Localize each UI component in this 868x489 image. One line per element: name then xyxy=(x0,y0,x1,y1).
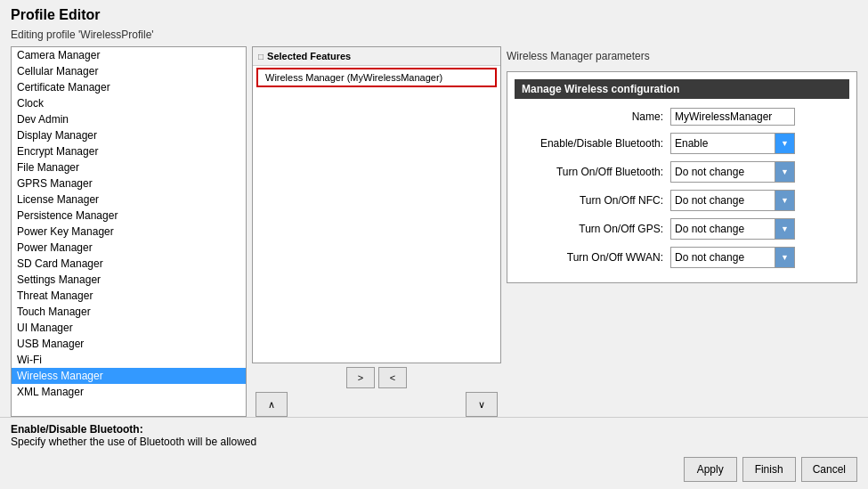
turn-gps-dropdown-btn[interactable]: ▼ xyxy=(775,219,794,239)
bottom-status: Enable/Disable Bluetooth: Specify whethe… xyxy=(11,423,857,448)
name-input[interactable] xyxy=(670,108,795,126)
turn-wwan-row: Turn On/Off WWAN: Do not change ▼ xyxy=(515,247,849,268)
list-item[interactable]: Camera Manager xyxy=(12,47,246,63)
list-item[interactable]: Certificate Manager xyxy=(12,79,246,95)
enable-bt-label: Enable/Disable Bluetooth: xyxy=(515,137,670,150)
turn-bt-dropdown-btn[interactable]: ▼ xyxy=(775,162,794,182)
turn-bt-row: Turn On/Off Bluetooth: Do not change ▼ xyxy=(515,161,849,183)
list-item[interactable]: Clock xyxy=(12,95,246,111)
turn-gps-value: Do not change xyxy=(671,221,775,237)
window-title: Profile Editor xyxy=(11,7,857,23)
list-item[interactable]: Settings Manager xyxy=(12,272,246,288)
list-item[interactable]: Power Manager xyxy=(12,240,246,256)
turn-wwan-select-wrapper: Do not change ▼ xyxy=(670,247,795,268)
turn-nfc-dropdown-btn[interactable]: ▼ xyxy=(775,191,794,210)
dropdown-arrow-icon: ▼ xyxy=(781,139,789,148)
selected-features-label: Selected Features xyxy=(267,51,351,61)
apply-button[interactable]: Apply xyxy=(684,457,737,482)
enable-bt-value: Enable xyxy=(671,135,775,151)
selected-features-header: □ Selected Features xyxy=(253,47,500,66)
nav-buttons: ∧ ∨ xyxy=(252,392,501,417)
move-right-button[interactable]: > xyxy=(346,367,375,388)
list-item[interactable]: License Manager xyxy=(12,192,246,208)
list-item[interactable]: XML Manager xyxy=(12,384,246,400)
turn-gps-row: Turn On/Off GPS: Do not change ▼ xyxy=(515,218,849,240)
list-item[interactable]: Display Manager xyxy=(12,127,246,143)
bottom-status-text: Specify whether the use of Bluetooth wil… xyxy=(11,436,256,448)
turn-bt-select-wrapper: Do not change ▼ xyxy=(670,161,795,183)
cancel-button[interactable]: Cancel xyxy=(801,457,857,482)
list-item[interactable]: Persistence Manager xyxy=(12,208,246,224)
turn-wwan-value: Do not change xyxy=(671,249,775,265)
enable-bt-row: Enable/Disable Bluetooth: Enable ▼ xyxy=(515,133,849,154)
selected-features-area: □ Selected Features Wireless Manager (My… xyxy=(252,46,501,363)
footer-buttons: Apply Finish Cancel xyxy=(0,452,868,489)
list-item[interactable]: Touch Manager xyxy=(12,304,246,320)
dropdown-arrow-icon-2: ▼ xyxy=(781,167,789,176)
bottom-status-label: Enable/Disable Bluetooth: xyxy=(11,423,143,436)
move-down-button[interactable]: ∨ xyxy=(466,392,498,417)
turn-wwan-dropdown-btn[interactable]: ▼ xyxy=(775,248,794,267)
profile-editor-window: Profile Editor Editing profile 'Wireless… xyxy=(0,0,868,489)
params-box: Manage Wireless configuration Name: Enab… xyxy=(507,71,857,283)
list-item[interactable]: USB Manager xyxy=(12,336,246,352)
list-item[interactable]: UI Manager xyxy=(12,320,246,336)
right-panel-title: Wireless Manager parameters xyxy=(507,46,857,66)
turn-bt-label: Turn On/Off Bluetooth: xyxy=(515,166,670,178)
turn-nfc-label: Turn On/Off NFC: xyxy=(515,194,670,207)
turn-gps-label: Turn On/Off GPS: xyxy=(515,223,670,235)
subtitle: Editing profile 'WirelessProfile' xyxy=(0,27,868,46)
name-label: Name: xyxy=(515,110,670,123)
list-item[interactable]: Encrypt Manager xyxy=(12,143,246,159)
params-header: Manage Wireless configuration xyxy=(515,79,849,99)
turn-bt-value: Do not change xyxy=(671,164,775,180)
dropdown-arrow-icon-3: ▼ xyxy=(781,196,789,205)
dropdown-arrow-icon-5: ▼ xyxy=(781,253,789,262)
list-item[interactable]: SD Card Manager xyxy=(12,256,246,272)
turn-nfc-select-wrapper: Do not change ▼ xyxy=(670,190,795,211)
turn-wwan-label: Turn On/Off WWAN: xyxy=(515,251,670,264)
enable-bt-dropdown-btn[interactable]: ▼ xyxy=(775,134,794,153)
list-item[interactable]: Wi-Fi xyxy=(12,352,246,368)
list-item[interactable]: Threat Manager xyxy=(12,288,246,304)
content-area: Camera ManagerCellular ManagerCertificat… xyxy=(0,46,868,417)
feature-list-panel[interactable]: Camera ManagerCellular ManagerCertificat… xyxy=(11,46,247,417)
list-item[interactable]: Cellular Manager xyxy=(12,63,246,79)
move-left-button[interactable]: < xyxy=(378,367,407,388)
turn-gps-select-wrapper: Do not change ▼ xyxy=(670,218,795,240)
collapse-icon[interactable]: □ xyxy=(258,52,264,61)
list-item[interactable]: GPRS Manager xyxy=(12,175,246,192)
turn-nfc-row: Turn On/Off NFC: Do not change ▼ xyxy=(515,190,849,211)
list-item[interactable]: Dev Admin xyxy=(12,111,246,127)
turn-nfc-value: Do not change xyxy=(671,192,775,208)
dropdown-arrow-icon-4: ▼ xyxy=(781,224,789,233)
selected-feature-item[interactable]: Wireless Manager (MyWirelessManager) xyxy=(256,68,497,87)
name-row: Name: xyxy=(515,108,849,126)
middle-panel: □ Selected Features Wireless Manager (My… xyxy=(252,46,501,417)
right-panel: Wireless Manager parameters Manage Wirel… xyxy=(507,46,857,417)
title-bar: Profile Editor xyxy=(0,0,868,27)
list-item[interactable]: File Manager xyxy=(12,159,246,175)
finish-button[interactable]: Finish xyxy=(742,457,796,482)
bottom-section: Enable/Disable Bluetooth: Specify whethe… xyxy=(0,417,868,452)
list-item[interactable]: Wireless Manager xyxy=(12,368,246,384)
arrow-buttons: > < xyxy=(252,367,501,388)
move-up-button[interactable]: ∧ xyxy=(256,392,288,417)
list-item[interactable]: Power Key Manager xyxy=(12,224,246,240)
enable-bt-select-wrapper: Enable ▼ xyxy=(670,133,795,154)
